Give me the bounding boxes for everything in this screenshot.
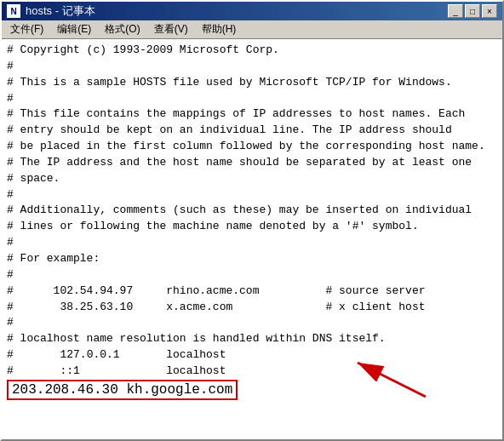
menu-help[interactable]: 帮助(H): [195, 20, 243, 38]
minimize-button[interactable]: _: [448, 4, 463, 18]
svg-line-1: [358, 363, 426, 397]
menu-format[interactable]: 格式(O): [98, 20, 146, 38]
window-icon: N: [7, 4, 20, 18]
arrow-indicator: [332, 350, 434, 405]
content-area[interactable]: # Copyright (c) 1993-2009 Microsoft Corp…: [2, 39, 502, 439]
menu-file[interactable]: 文件(F): [3, 20, 50, 38]
highlighted-entry: 203.208.46.30 kh.google.com: [7, 380, 238, 400]
title-bar: N hosts - 记事本 _ □ ×: [2, 2, 502, 20]
menu-view[interactable]: 查看(V): [147, 20, 195, 38]
maximize-button[interactable]: □: [465, 4, 480, 18]
menu-bar: 文件(F) 编辑(E) 格式(O) 查看(V) 帮助(H): [2, 20, 502, 39]
window: N hosts - 记事本 _ □ × 文件(F) 编辑(E) 格式(O) 查看…: [0, 0, 504, 441]
title-bar-left: N hosts - 记事本: [7, 3, 95, 19]
title-bar-buttons: _ □ ×: [448, 4, 497, 18]
menu-edit[interactable]: 编辑(E): [50, 20, 98, 38]
window-title: hosts - 记事本: [26, 3, 95, 19]
text-body: # Copyright (c) 1993-2009 Microsoft Corp…: [7, 43, 497, 380]
close-button[interactable]: ×: [482, 4, 497, 18]
